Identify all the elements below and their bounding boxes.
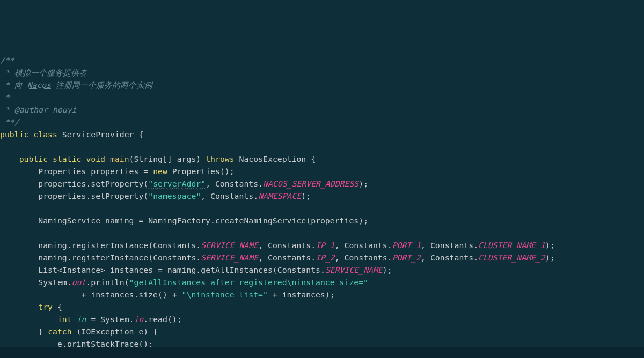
stmt-setprop-1: properties.setProperty("serverAddr", Con… [38,179,368,188]
javadoc-close: **/ [0,117,19,126]
status-bar [0,347,644,358]
stmt-register-1: naming.registerInstance(Constants.SERVIC… [38,241,554,250]
code-editor[interactable]: /** * 模拟一个服务提供者 * 向 Nacos 注册同一个服务的两个实例 *… [0,54,644,358]
stmt-println: System.out.println("getAllInstances afte… [38,278,368,287]
stmt-setprop-2: properties.setProperty("namespace", Cons… [38,191,311,200]
class-decl: public class ServiceProvider { [0,130,143,139]
javadoc-line: * 向 Nacos 注册同一个服务的两个实例 [0,80,152,89]
stmt-props-decl: Properties properties = new Properties()… [38,167,234,176]
stmt-list-decl: List<Instance> instances = naming.getAll… [38,265,392,274]
stmt-read: int in = System.in.read(); [57,315,182,324]
javadoc-author: * @author houyi [0,105,77,114]
stmt-register-2: naming.registerInstance(Constants.SERVIC… [38,253,554,262]
stmt-naming-decl: NamingService naming = NamingFactory.cre… [38,216,368,225]
javadoc-open: /** [0,56,14,65]
stmt-println-cont: + instances.size() + "\ninstance list=" … [77,290,335,299]
javadoc-line: * 模拟一个服务提供者 [0,68,87,77]
stmt-try: try { [38,302,62,311]
stmt-catch: } catch (IOException e) { [38,327,158,336]
method-main-decl: public static void main(String[] args) t… [19,154,316,163]
javadoc-line: * [0,93,10,102]
